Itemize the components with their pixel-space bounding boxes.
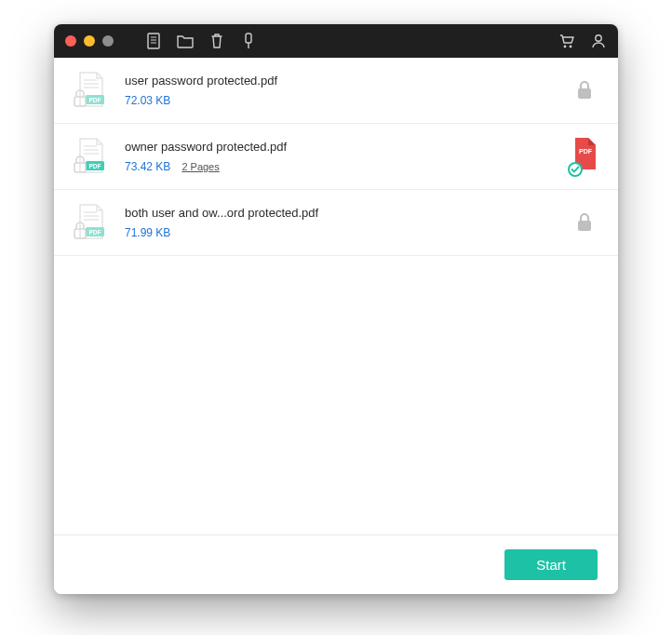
maximize-icon[interactable] (102, 35, 114, 47)
status-locked (566, 80, 603, 101)
file-name: owner password protected.pdf (125, 140, 553, 155)
file-info: user password protected.pdf 72.03 KB (125, 74, 553, 108)
file-name: user password protected.pdf (125, 74, 553, 89)
user-icon[interactable] (590, 33, 607, 49)
list-item[interactable]: PDF owner password protected.pdf 73.42 K… (54, 124, 618, 190)
titlebar (54, 24, 618, 58)
status-locked (566, 212, 603, 233)
footer: Start (54, 534, 618, 594)
svg-point-6 (564, 46, 567, 48)
tag-icon[interactable] (240, 33, 257, 49)
document-icon[interactable] (145, 33, 162, 49)
folder-icon[interactable] (177, 33, 194, 49)
pdf-thumb-icon: PDF (69, 69, 112, 112)
svg-point-8 (596, 35, 601, 41)
pdf-thumb-icon: PDF (69, 135, 112, 178)
file-info: both user and ow...ord protected.pdf 71.… (125, 206, 553, 240)
traffic-lights (65, 35, 114, 47)
pdf-thumb-icon: PDF (69, 201, 112, 244)
svg-rect-4 (246, 34, 251, 43)
cart-icon[interactable] (558, 33, 575, 49)
file-list: PDF user password protected.pdf 72.03 KB (54, 58, 618, 534)
svg-text:PDF: PDF (89, 97, 101, 103)
svg-rect-15 (578, 88, 591, 99)
trash-icon[interactable] (208, 33, 225, 49)
svg-point-7 (570, 46, 572, 48)
list-item[interactable]: PDF user password protected.pdf 72.03 KB (54, 58, 618, 124)
status-pdf-ok: PDF (566, 136, 603, 177)
svg-text:PDF: PDF (579, 148, 593, 155)
file-info: owner password protected.pdf 73.42 KB 2 … (125, 140, 553, 174)
svg-text:PDF: PDF (89, 163, 101, 169)
file-size: 71.99 KB (125, 226, 170, 239)
svg-rect-30 (578, 221, 591, 231)
toolbar-left (145, 33, 257, 49)
file-size: 73.42 KB (125, 160, 170, 173)
toolbar-right (558, 33, 607, 49)
list-item[interactable]: PDF both user and ow...ord protected.pdf… (54, 190, 618, 256)
minimize-icon[interactable] (84, 35, 95, 47)
pages-link[interactable]: 2 Pages (181, 161, 219, 172)
lock-icon (575, 80, 594, 101)
file-name: both user and ow...ord protected.pdf (125, 206, 553, 222)
app-window: PDF user password protected.pdf 72.03 KB (54, 24, 618, 594)
file-size: 72.03 KB (125, 94, 170, 107)
svg-text:PDF: PDF (89, 229, 101, 236)
lock-icon (575, 212, 594, 233)
svg-rect-0 (148, 34, 159, 48)
start-button[interactable]: Start (504, 549, 598, 580)
close-icon[interactable] (65, 35, 76, 47)
check-circle-icon (569, 163, 582, 176)
